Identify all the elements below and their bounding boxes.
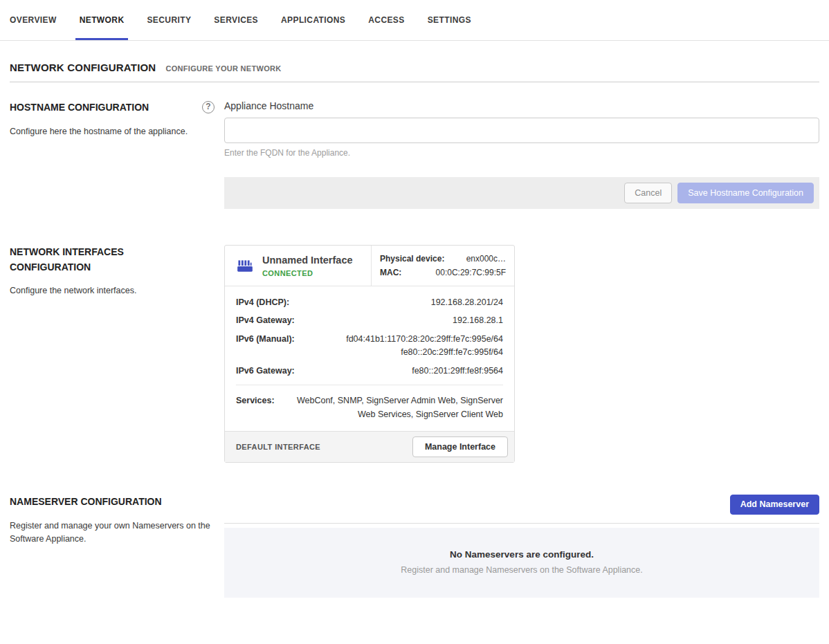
interface-body-divider — [236, 385, 503, 385]
hostname-configuration-section: HOSTNAME CONFIGURATION ? Configure here … — [10, 100, 819, 209]
hostname-section-intro: HOSTNAME CONFIGURATION ? Configure here … — [10, 100, 215, 209]
services-label: Services: — [236, 394, 275, 421]
interfaces-section-intro: NETWORK INTERFACES CONFIGURATION Configu… — [10, 245, 215, 463]
ipv6-manual-row: IPv6 (Manual): fd04:41b1:1170:28:20c:29f… — [236, 333, 503, 360]
mac-row: MAC: 00:0C:29:7C:99:5F — [380, 268, 506, 277]
ipv6-manual-values: fd04:41b1:1170:28:20c:29ff:fe7c:995e/64 … — [303, 333, 503, 360]
ipv6-manual-value-2: fe80::20c:29ff:fe7c:995f/64 — [303, 346, 503, 359]
nameserver-toolbar: Add Nameserver — [224, 495, 819, 515]
interface-name: Unnamed Interface — [262, 255, 353, 266]
ipv4-dhcp-label: IPv4 (DHCP): — [236, 296, 289, 309]
interfaces-section-description: Configure the network interfaces. — [10, 284, 215, 297]
nameserver-empty-state: No Nameservers are configured. Register … — [224, 528, 819, 598]
tab-overview[interactable]: OVERVIEW — [6, 0, 61, 40]
save-hostname-configuration-button[interactable]: Save Hostname Configuration — [677, 183, 814, 203]
nameserver-section-intro: NAMESERVER CONFIGURATION Register and ma… — [10, 495, 215, 598]
ipv6-manual-label: IPv6 (Manual): — [236, 333, 295, 360]
services-row: Services: WebConf, SNMP, SignServer Admi… — [236, 394, 503, 431]
hostname-action-bar: Cancel Save Hostname Configuration — [224, 177, 819, 209]
nameserver-section-body: Add Nameserver No Nameservers are config… — [224, 495, 819, 598]
ipv6-gateway-label: IPv6 Gateway: — [236, 365, 295, 378]
hostname-section-description: Configure here the hostname of the appli… — [10, 125, 215, 138]
ipv6-gateway-row: IPv6 Gateway: fe80::201:29ff:fe8f:9564 — [236, 365, 503, 378]
help-icon[interactable]: ? — [202, 101, 215, 113]
nameserver-section-title: NAMESERVER CONFIGURATION — [10, 495, 215, 510]
ipv4-dhcp-row: IPv4 (DHCP): 192.168.28.201/24 — [236, 296, 503, 309]
hostname-section-title: HOSTNAME CONFIGURATION — [10, 100, 149, 116]
nameserver-empty-title: No Nameservers are configured. — [238, 549, 805, 560]
page-title: NETWORK CONFIGURATION — [10, 62, 156, 73]
page-content: NETWORK CONFIGURATION CONFIGURE YOUR NET… — [0, 62, 829, 598]
physical-device-row: Physical device: enx000c… — [380, 254, 506, 264]
nameserver-divider — [224, 523, 819, 524]
default-interface-badge: DEFAULT INTERFACE — [236, 443, 320, 451]
tab-network[interactable]: NETWORK — [75, 0, 129, 40]
add-nameserver-button[interactable]: Add Nameserver — [730, 495, 819, 515]
mac-label: MAC: — [380, 268, 401, 277]
network-interfaces-section: NETWORK INTERFACES CONFIGURATION Configu… — [10, 245, 819, 463]
ipv6-manual-value-1: fd04:41b1:1170:28:20c:29ff:fe7c:995e/64 — [303, 333, 503, 346]
network-interface-icon — [236, 257, 254, 275]
page-heading-divider — [10, 82, 819, 82]
physical-device-value: enx000c… — [466, 254, 506, 264]
appliance-hostname-label: Appliance Hostname — [224, 100, 819, 111]
tab-applications[interactable]: APPLICATIONS — [277, 0, 349, 40]
top-tab-bar: OVERVIEW NETWORK SECURITY SERVICES APPLI… — [0, 0, 829, 41]
tab-access[interactable]: ACCESS — [364, 0, 408, 40]
interface-status-badge: CONNECTED — [262, 269, 353, 277]
nameserver-section-description: Register and manage your own Nameservers… — [10, 519, 215, 546]
interface-identity: Unnamed Interface CONNECTED — [225, 246, 372, 286]
hostname-section-form: Appliance Hostname Enter the FQDN for th… — [224, 100, 819, 209]
nameserver-configuration-section: NAMESERVER CONFIGURATION Register and ma… — [10, 495, 819, 598]
page-heading: NETWORK CONFIGURATION CONFIGURE YOUR NET… — [10, 62, 819, 73]
interface-card-header: Unnamed Interface CONNECTED Physical dev… — [225, 246, 514, 286]
tab-settings[interactable]: SETTINGS — [423, 0, 475, 40]
appliance-hostname-input[interactable] — [224, 118, 819, 143]
interface-name-status: Unnamed Interface CONNECTED — [262, 255, 353, 277]
ipv4-gateway-value: 192.168.28.1 — [303, 314, 503, 327]
interfaces-section-title: NETWORK INTERFACES CONFIGURATION — [10, 245, 169, 275]
interface-card: Unnamed Interface CONNECTED Physical dev… — [224, 245, 515, 463]
interface-card-footer: DEFAULT INTERFACE Manage Interface — [225, 431, 514, 462]
services-value: WebConf, SNMP, SignServer Admin Web, Sig… — [287, 394, 503, 421]
appliance-hostname-help-text: Enter the FQDN for the Appliance. — [224, 148, 819, 158]
interfaces-section-body: Unnamed Interface CONNECTED Physical dev… — [224, 245, 819, 463]
nameserver-empty-subtitle: Register and manage Nameservers on the S… — [238, 565, 805, 575]
cancel-button[interactable]: Cancel — [624, 183, 672, 203]
interface-device-info: Physical device: enx000c… MAC: 00:0C:29:… — [372, 246, 514, 286]
ipv4-dhcp-value: 192.168.28.201/24 — [298, 296, 503, 309]
ipv6-gateway-value: fe80::201:29ff:fe8f:9564 — [303, 365, 503, 378]
tab-security[interactable]: SECURITY — [143, 0, 195, 40]
ipv4-gateway-label: IPv4 Gateway: — [236, 314, 295, 327]
manage-interface-button[interactable]: Manage Interface — [412, 436, 508, 457]
ipv4-gateway-row: IPv4 Gateway: 192.168.28.1 — [236, 314, 503, 327]
interface-card-body: IPv4 (DHCP): 192.168.28.201/24 IPv4 Gate… — [225, 286, 514, 431]
tab-services[interactable]: SERVICES — [210, 0, 262, 40]
physical-device-label: Physical device: — [380, 254, 444, 264]
mac-value: 00:0C:29:7C:99:5F — [436, 268, 506, 277]
page-subtitle: CONFIGURE YOUR NETWORK — [165, 64, 281, 73]
